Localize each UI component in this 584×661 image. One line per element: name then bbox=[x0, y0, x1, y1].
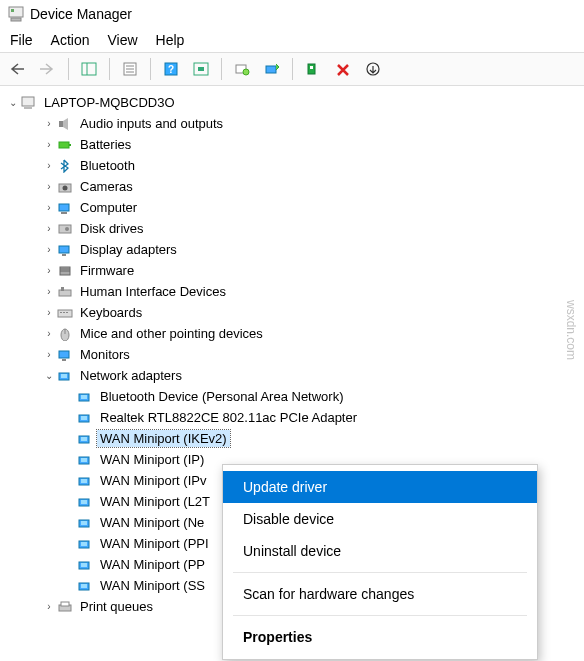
help-button[interactable]: ? bbox=[157, 56, 185, 82]
svg-point-29 bbox=[65, 227, 69, 231]
update-driver-button[interactable] bbox=[258, 56, 286, 82]
device-label: WAN Miniport (IPv bbox=[97, 472, 209, 489]
ctx-update-driver[interactable]: Update driver bbox=[223, 471, 537, 503]
category-network-adapters[interactable]: ⌄ Network adapters bbox=[4, 365, 580, 386]
expand-icon[interactable]: › bbox=[42, 202, 56, 213]
collapse-icon[interactable]: ⌄ bbox=[42, 370, 56, 381]
category-label: Bluetooth bbox=[77, 157, 138, 174]
category-label: Firmware bbox=[77, 262, 137, 279]
network-adapter-icon bbox=[76, 515, 94, 531]
forward-button[interactable] bbox=[34, 56, 62, 82]
ctx-scan-hardware[interactable]: Scan for hardware changes bbox=[223, 578, 537, 610]
computer-icon bbox=[56, 200, 74, 216]
category-computer[interactable]: ›Computer bbox=[4, 197, 580, 218]
device-label: WAN Miniport (IP) bbox=[97, 451, 207, 468]
network-adapter-item[interactable]: ›Realtek RTL8822CE 802.11ac PCIe Adapter bbox=[4, 407, 580, 428]
ctx-uninstall-device[interactable]: Uninstall device bbox=[223, 535, 537, 567]
network-adapter-icon bbox=[76, 578, 94, 594]
ctx-disable-device[interactable]: Disable device bbox=[223, 503, 537, 535]
network-adapter-icon bbox=[76, 410, 94, 426]
context-menu: Update driver Disable device Uninstall d… bbox=[222, 464, 538, 660]
toolbar-separator bbox=[150, 58, 151, 80]
disk-icon bbox=[56, 221, 74, 237]
category-label: Monitors bbox=[77, 346, 133, 363]
svg-text:?: ? bbox=[168, 64, 174, 75]
uninstall-device-button[interactable] bbox=[299, 56, 327, 82]
enable-device-button[interactable] bbox=[359, 56, 387, 82]
ctx-properties[interactable]: Properties bbox=[223, 621, 537, 653]
category-audio[interactable]: ›Audio inputs and outputs bbox=[4, 113, 580, 134]
display-icon bbox=[56, 242, 74, 258]
svg-rect-22 bbox=[59, 142, 69, 148]
category-camera[interactable]: ›Cameras bbox=[4, 176, 580, 197]
category-keyboard[interactable]: ›Keyboards bbox=[4, 302, 580, 323]
back-button[interactable] bbox=[4, 56, 32, 82]
svg-rect-31 bbox=[62, 254, 66, 256]
category-label: Human Interface Devices bbox=[77, 283, 229, 300]
svg-rect-46 bbox=[61, 374, 67, 378]
category-battery[interactable]: ›Batteries bbox=[4, 134, 580, 155]
category-label: Print queues bbox=[77, 598, 156, 615]
svg-rect-19 bbox=[22, 97, 34, 106]
svg-rect-40 bbox=[66, 312, 68, 313]
expand-icon[interactable]: › bbox=[42, 328, 56, 339]
svg-rect-12 bbox=[198, 67, 204, 71]
category-bluetooth[interactable]: ›Bluetooth bbox=[4, 155, 580, 176]
toolbar: ? bbox=[0, 52, 584, 86]
hid-icon bbox=[56, 284, 74, 300]
menu-action[interactable]: Action bbox=[51, 32, 90, 48]
printer-icon bbox=[56, 599, 74, 615]
network-adapter-item[interactable]: ›Bluetooth Device (Personal Area Network… bbox=[4, 386, 580, 407]
network-adapter-item[interactable]: ›WAN Miniport (IKEv2) bbox=[4, 428, 580, 449]
menu-file[interactable]: File bbox=[10, 32, 33, 48]
root-label: LAPTOP-MQBCDD3O bbox=[41, 94, 178, 111]
expand-icon[interactable]: › bbox=[42, 223, 56, 234]
keyboard-icon bbox=[56, 305, 74, 321]
menu-help[interactable]: Help bbox=[156, 32, 185, 48]
svg-rect-48 bbox=[81, 395, 87, 399]
expand-icon[interactable]: › bbox=[42, 118, 56, 129]
category-monitor[interactable]: ›Monitors bbox=[4, 344, 580, 365]
expand-icon[interactable]: › bbox=[42, 601, 56, 612]
menu-view[interactable]: View bbox=[107, 32, 137, 48]
expand-icon[interactable]: › bbox=[42, 160, 56, 171]
properties-button[interactable] bbox=[116, 56, 144, 82]
svg-rect-58 bbox=[81, 500, 87, 504]
app-icon bbox=[8, 6, 24, 22]
category-mouse[interactable]: ›Mice and other pointing devices bbox=[4, 323, 580, 344]
action-button[interactable] bbox=[187, 56, 215, 82]
category-hid[interactable]: ›Human Interface Devices bbox=[4, 281, 580, 302]
toolbar-separator bbox=[292, 58, 293, 80]
expand-icon[interactable]: › bbox=[42, 265, 56, 276]
svg-rect-52 bbox=[81, 437, 87, 441]
network-adapter-icon bbox=[76, 557, 94, 573]
category-display[interactable]: ›Display adapters bbox=[4, 239, 580, 260]
svg-rect-62 bbox=[81, 542, 87, 546]
expand-icon[interactable]: › bbox=[42, 244, 56, 255]
svg-rect-20 bbox=[24, 107, 32, 109]
svg-rect-60 bbox=[81, 521, 87, 525]
title-bar: Device Manager bbox=[0, 0, 584, 28]
disable-device-button[interactable] bbox=[329, 56, 357, 82]
svg-rect-50 bbox=[81, 416, 87, 420]
scan-hardware-button[interactable] bbox=[228, 56, 256, 82]
toolbar-separator bbox=[109, 58, 110, 80]
svg-rect-38 bbox=[60, 312, 62, 313]
category-firmware[interactable]: ›Firmware bbox=[4, 260, 580, 281]
collapse-icon[interactable]: ⌄ bbox=[6, 97, 20, 108]
expand-icon[interactable]: › bbox=[42, 139, 56, 150]
root-node[interactable]: ⌄ LAPTOP-MQBCDD3O bbox=[4, 92, 580, 113]
svg-rect-43 bbox=[59, 351, 69, 358]
svg-rect-54 bbox=[81, 458, 87, 462]
show-hide-console-tree-button[interactable] bbox=[75, 56, 103, 82]
svg-rect-36 bbox=[61, 287, 64, 291]
monitor-icon bbox=[56, 347, 74, 363]
svg-rect-2 bbox=[11, 9, 14, 12]
expand-icon[interactable]: › bbox=[42, 181, 56, 192]
category-label: Computer bbox=[77, 199, 140, 216]
expand-icon[interactable]: › bbox=[42, 286, 56, 297]
expand-icon[interactable]: › bbox=[42, 307, 56, 318]
expand-icon[interactable]: › bbox=[42, 349, 56, 360]
device-label: WAN Miniport (Ne bbox=[97, 514, 207, 531]
category-disk[interactable]: ›Disk drives bbox=[4, 218, 580, 239]
